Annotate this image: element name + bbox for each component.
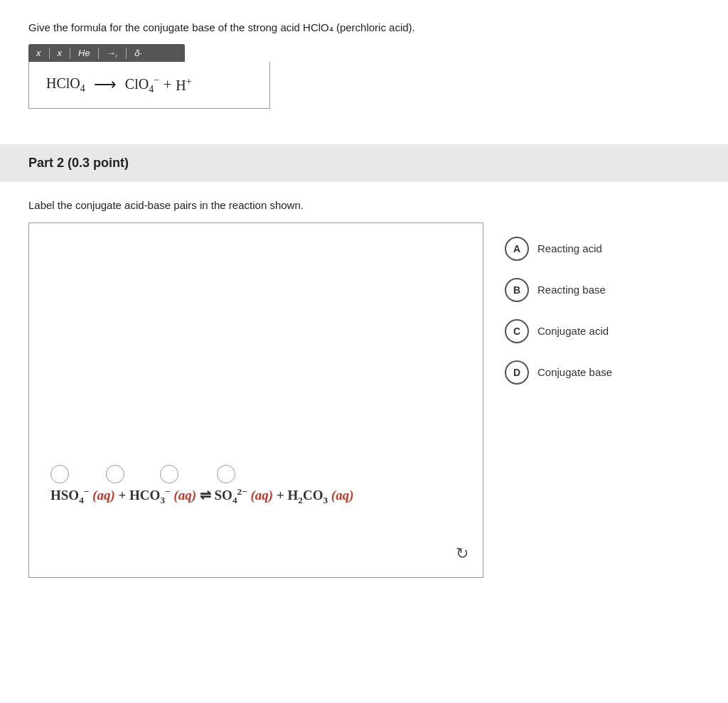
reaction-arrow: ⟶ [94, 75, 117, 94]
toolbar-x-normal-btn[interactable]: x [54, 46, 66, 60]
toolbar-divider-1 [49, 48, 50, 59]
answer-label-a: Reacting acid [537, 242, 602, 254]
circle-hco3[interactable] [106, 465, 124, 483]
answer-circle-b: B [505, 278, 529, 302]
answer-label-c: Conjugate acid [537, 325, 609, 337]
answer-letter-a: A [513, 243, 520, 254]
plus-sign: + [164, 77, 171, 93]
answer-circle-d: D [505, 360, 529, 385]
part2-header-text: Part 2 (0.3 point) [28, 156, 129, 170]
answer-options: A Reacting acid B Reacting base C Conjug… [505, 222, 612, 385]
equation-display: HClO4 ⟶ ClO4− + H+ [46, 75, 252, 95]
product-clo4: ClO4− [125, 75, 159, 95]
reaction-inner: HSO4− (aq) + HCO3− (aq) ⇌ SO42− (aq) + H… [50, 465, 469, 506]
reactant-hclo4: HClO4 [46, 75, 85, 95]
circles-row [50, 465, 469, 483]
answer-option-a[interactable]: A Reacting acid [505, 237, 612, 261]
answer-circle-c: C [505, 319, 529, 343]
toolbar-delta-btn[interactable]: δ· [131, 46, 146, 60]
product-h: H+ [176, 76, 191, 94]
part2-content: HSO4− (aq) + HCO3− (aq) ⇌ SO42− (aq) + H… [28, 222, 700, 578]
answer-label-b: Reacting base [537, 284, 606, 296]
part2-header: Part 2 (0.3 point) [0, 144, 728, 182]
refresh-button[interactable]: ↻ [456, 544, 469, 563]
part1-section: Give the formula for the conjugate base … [0, 0, 728, 123]
answer-option-b[interactable]: B Reacting base [505, 278, 612, 302]
part1-question: Give the formula for the conjugate base … [28, 21, 700, 34]
reaction-formula: HSO4− (aq) + HCO3− (aq) ⇌ SO42− (aq) + H… [50, 486, 469, 506]
answer-letter-d: D [513, 367, 520, 378]
answer-option-c[interactable]: C Conjugate acid [505, 319, 612, 343]
reaction-box: HSO4− (aq) + HCO3− (aq) ⇌ SO42− (aq) + H… [28, 222, 483, 578]
answer-label-d: Conjugate base [537, 366, 612, 378]
part2-section: Label the conjugate acid-base pairs in t… [0, 182, 728, 592]
equation-toolbar: x x He →, δ· [28, 44, 185, 62]
answer-circle-a: A [505, 237, 529, 261]
toolbar-x-italic-btn[interactable]: x [33, 46, 45, 60]
answer-letter-b: B [513, 284, 520, 296]
answer-option-d[interactable]: D Conjugate base [505, 360, 612, 385]
toolbar-divider-4 [126, 48, 127, 59]
toolbar-divider-2 [70, 48, 70, 59]
circle-so4[interactable] [160, 465, 178, 483]
toolbar-he-btn[interactable]: He [75, 46, 94, 60]
circle-hso4[interactable] [50, 465, 69, 483]
page: Give the formula for the conjugate base … [0, 0, 728, 703]
circle-h2co3[interactable] [217, 465, 235, 483]
equation-box: HClO4 ⟶ ClO4− + H+ [28, 62, 270, 109]
part2-question: Label the conjugate acid-base pairs in t… [28, 199, 700, 211]
toolbar-divider-3 [98, 48, 99, 59]
toolbar-arrow-btn[interactable]: →, [103, 46, 122, 60]
answer-letter-c: C [513, 326, 520, 337]
